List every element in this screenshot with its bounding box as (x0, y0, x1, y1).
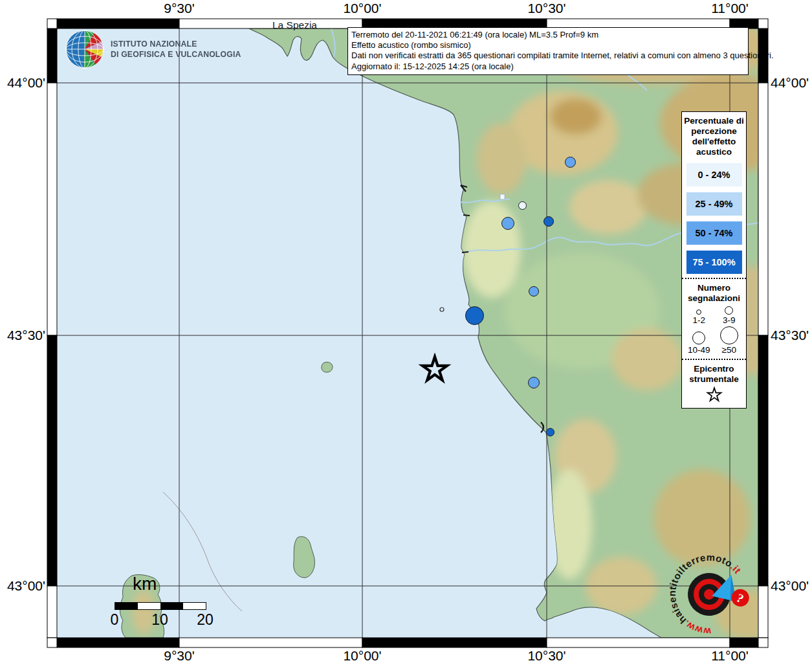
scale-tick-20: 20 (197, 611, 214, 629)
star-icon (705, 386, 723, 404)
lat-label-left-2: 43°30' (0, 328, 45, 343)
watermark-group: ? www.haisentitoilterremoto.it (664, 546, 754, 643)
legend-epicenter-title: Epicentro strumentale (684, 364, 744, 385)
epicenter-star-icon (418, 353, 452, 387)
event-title: Terremoto del 20-11-2021 06:21:49 (ora l… (351, 30, 745, 40)
lon-label-bottom-3: 10°30' (527, 648, 565, 663)
count-circle-icon (696, 309, 701, 315)
lon-label-bottom-4: 11°00' (711, 648, 749, 663)
watermark-ilterremoto: ilterremoto (672, 548, 736, 578)
lat-label-left-3: 43°00' (0, 578, 45, 594)
watermark-haisentito: haisentito (664, 569, 690, 627)
count-class-1-2: 1-2 (684, 306, 714, 325)
scale-tick-10: 10 (151, 611, 168, 629)
island-gorgona (322, 362, 333, 372)
scale-bar (115, 602, 206, 610)
legend-swatch-0-24: 0 - 24% (686, 163, 742, 186)
count-circle-icon (692, 332, 705, 344)
ingv-logo: ISTITUTO NAZIONALE DI GEOFISICA E VULCAN… (65, 29, 249, 69)
legend-counts-section: Numero segnalazioni 1-2 3-9 10-49 ≥50 (682, 278, 746, 359)
scale-segment (115, 603, 138, 609)
count-class-3-9: 3-9 (714, 306, 745, 325)
scale-segment (183, 603, 206, 609)
event-effect: Effetto acustico (rombo sismico) (351, 40, 745, 51)
scale-unit-label: km (133, 574, 157, 594)
haisentitoilterremoto-watermark: ? www.haisentitoilterremoto.it (664, 546, 762, 644)
ingv-line2: DI GEOFISICA E VULCANOLOGIA (111, 49, 241, 60)
ingv-globe-icon (65, 29, 105, 69)
legend-swatch-25-49: 25 - 49% (686, 192, 742, 216)
legend-epicenter-section: Epicentro strumentale (682, 359, 746, 408)
count-label: ≥50 (722, 345, 736, 355)
lon-label-top-1: 9°30' (164, 1, 194, 16)
lat-label-right-3: 43°00' (771, 578, 809, 594)
count-class-50plus: ≥50 (714, 326, 745, 355)
lon-label-top-3: 10°30' (527, 1, 565, 16)
event-updated-at: Aggiornato il: 15-12-2025 14:25 (ora loc… (351, 62, 745, 72)
lon-label-bottom-2: 10°00' (343, 648, 381, 663)
city-label-la-spezia: La Spezia (272, 19, 317, 31)
legend-percent-section: Percentuale di percezione dell'effetto a… (682, 112, 746, 278)
lat-label-left-1: 44°00' (0, 75, 45, 91)
lon-label-top-2: 10°00' (343, 1, 381, 16)
legend-counts-title: Numero segnalazioni (684, 283, 744, 304)
lat-label-right-2: 43°30' (771, 328, 809, 343)
ingv-line1: ISTITUTO NAZIONALE (111, 39, 241, 49)
legend-percent-title: Percentuale di percezione dell'effetto a… (684, 116, 744, 157)
map-legend: Percentuale di percezione dell'effetto a… (681, 111, 747, 409)
ingv-logo-text: ISTITUTO NAZIONALE DI GEOFISICA E VULCAN… (111, 39, 241, 60)
scale-segment (138, 603, 160, 609)
legend-swatch-50-74: 50 - 74% (686, 221, 742, 245)
count-label: 10-49 (688, 345, 710, 355)
legend-swatch-75-100: 75 - 100% (686, 251, 742, 274)
lat-label-right-1: 44°00' (771, 75, 809, 91)
count-circle-icon (725, 306, 733, 315)
scale-segment (160, 603, 183, 609)
village-marker (500, 194, 505, 199)
legend-counts-grid: 1-2 3-9 10-49 ≥50 (684, 306, 744, 355)
count-label: 3-9 (723, 315, 736, 325)
count-class-10-49: 10-49 (684, 326, 714, 355)
earthquake-map-page: 9°30' 10°00' 10°30' 11°00' 9°30' 10°00' … (0, 0, 812, 663)
lon-label-top-4: 11°00' (711, 1, 749, 16)
event-info-box: Terremoto del 20-11-2021 06:21:49 (ora l… (347, 27, 749, 75)
event-data-note: Dati non verificati estratti da 365 ques… (351, 51, 745, 61)
lon-label-bottom-1: 9°30' (164, 648, 194, 663)
scale-tick-0: 0 (111, 611, 119, 629)
count-label: 1-2 (692, 315, 705, 325)
count-circle-icon (720, 326, 738, 344)
